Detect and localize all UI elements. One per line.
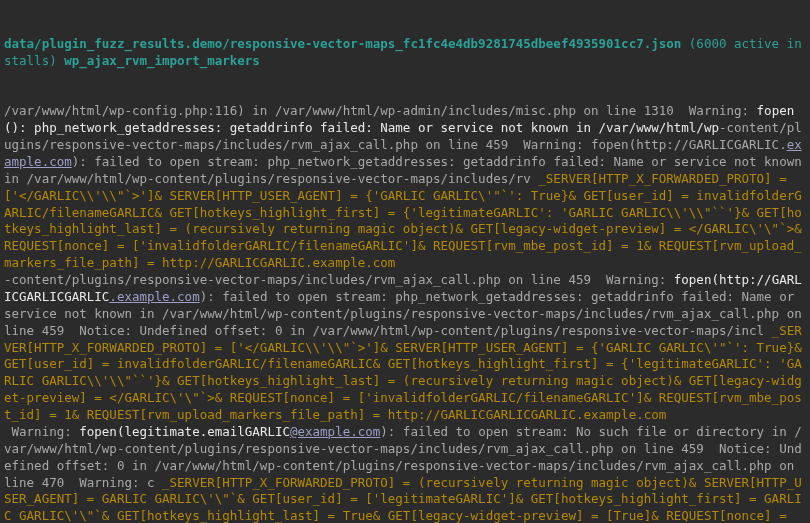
log-body: /var/www/html/wp-config.php:116) in /var… <box>4 103 806 523</box>
hook-name: wp_ajax_rvm_import_markers <box>64 53 260 68</box>
log-segment: -content/plugins/responsive-vector-maps/… <box>4 272 674 287</box>
log-segment: Warning: <box>4 424 79 439</box>
log-segment: @example.com <box>290 424 380 439</box>
terminal-output[interactable]: data/plugin_fuzz_results.demo/responsive… <box>0 0 810 523</box>
log-segment: .example.com <box>109 289 199 304</box>
log-header: data/plugin_fuzz_results.demo/responsive… <box>4 36 806 70</box>
log-segment: fopen(legitimate.emailGARLIC <box>79 424 290 439</box>
log-segment: /var/www/html/wp-config.php:116) in /var… <box>4 103 757 118</box>
file-path: data/plugin_fuzz_results.demo/responsive… <box>4 36 681 51</box>
